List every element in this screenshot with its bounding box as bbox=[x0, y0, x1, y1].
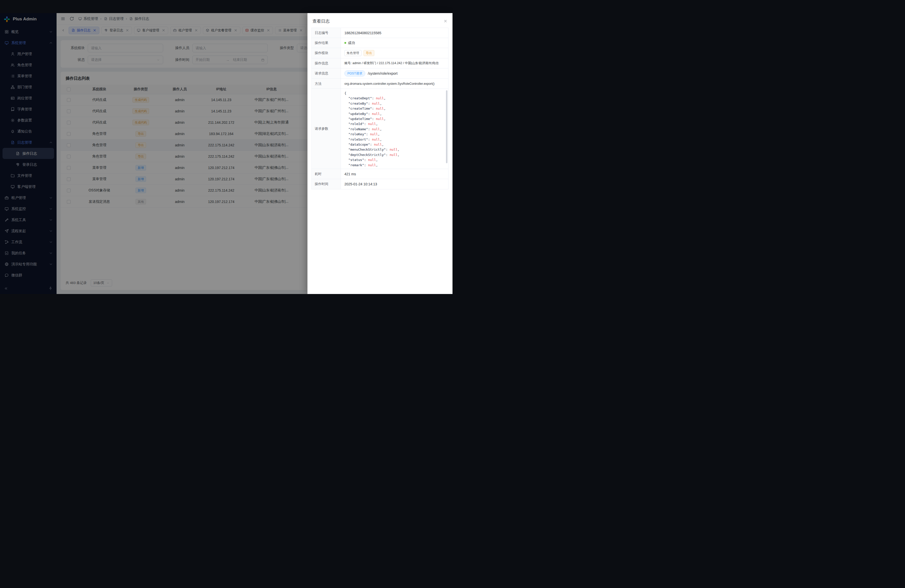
json-code: { "createDept": null, "createBy": null, … bbox=[345, 91, 444, 168]
field-value: 账号: admin / 研发部门 / 222.175.114.242 / 中国|… bbox=[345, 61, 439, 65]
field-label: 操作信息 bbox=[312, 58, 341, 68]
field-value: 2025-01-24 10:14:13 bbox=[345, 182, 377, 186]
drawer-field-row: 方法org.dromara.system.controller.system.S… bbox=[312, 79, 448, 89]
field-label: 操作结果 bbox=[312, 38, 341, 48]
drawer-close-icon[interactable] bbox=[443, 19, 448, 23]
field-value: 421 ms bbox=[345, 172, 356, 176]
field-label: 操作模块 bbox=[312, 48, 341, 58]
http-method-tag: POST请求 bbox=[345, 70, 365, 76]
field-label: 操作时间 bbox=[312, 179, 341, 189]
request-params-code[interactable]: { "createDept": null, "createBy": null, … bbox=[341, 89, 448, 169]
drawer-field-row: 操作结果成功 bbox=[312, 38, 448, 48]
log-detail-descriptions: 日志编号1882612840802115585操作结果成功操作模块角色管理导出操… bbox=[311, 28, 448, 189]
field-value: 1882612840802115585 bbox=[345, 31, 381, 35]
drawer-field-row: 请求信息POST请求/system/role/export bbox=[312, 68, 448, 79]
app: Plus Admin 概览系统管理用户管理角色管理菜单管理部门管理岗位管理字典管… bbox=[0, 13, 452, 294]
view-log-drawer: 查看日志 日志编号1882612840802115585操作结果成功操作模块角色… bbox=[308, 13, 452, 294]
code-scrollbar[interactable] bbox=[446, 90, 448, 163]
field-label: 耗时 bbox=[312, 169, 341, 179]
field-label: 方法 bbox=[312, 79, 341, 89]
drawer-field-row: 操作模块角色管理导出 bbox=[312, 48, 448, 58]
module-tag: 导出 bbox=[364, 50, 374, 56]
drawer-header: 查看日志 bbox=[308, 13, 452, 26]
request-url: /system/role/export bbox=[368, 72, 397, 75]
success-dot bbox=[345, 42, 346, 44]
drawer-field-row: 操作时间2025-01-24 10:14:13 bbox=[312, 179, 448, 189]
window-chrome-strip bbox=[0, 0, 452, 13]
drawer-field-row: 操作信息账号: admin / 研发部门 / 222.175.114.242 /… bbox=[312, 58, 448, 68]
field-value: org.dromara.system.controller.system.Sys… bbox=[345, 82, 434, 86]
field-label: 请求信息 bbox=[312, 68, 341, 78]
drawer-title: 查看日志 bbox=[313, 18, 330, 24]
drawer-field-row: 耗时421 ms bbox=[312, 169, 448, 179]
drawer-field-row: 请求参数{ "createDept": null, "createBy": nu… bbox=[312, 89, 448, 169]
field-label: 请求参数 bbox=[312, 89, 341, 169]
module-tag: 角色管理 bbox=[345, 50, 362, 56]
drawer-field-row: 日志编号1882612840802115585 bbox=[312, 28, 448, 38]
field-value: 成功 bbox=[348, 41, 355, 45]
screen: Plus Admin 概览系统管理用户管理角色管理菜单管理部门管理岗位管理字典管… bbox=[0, 0, 452, 294]
field-label: 日志编号 bbox=[312, 28, 341, 38]
